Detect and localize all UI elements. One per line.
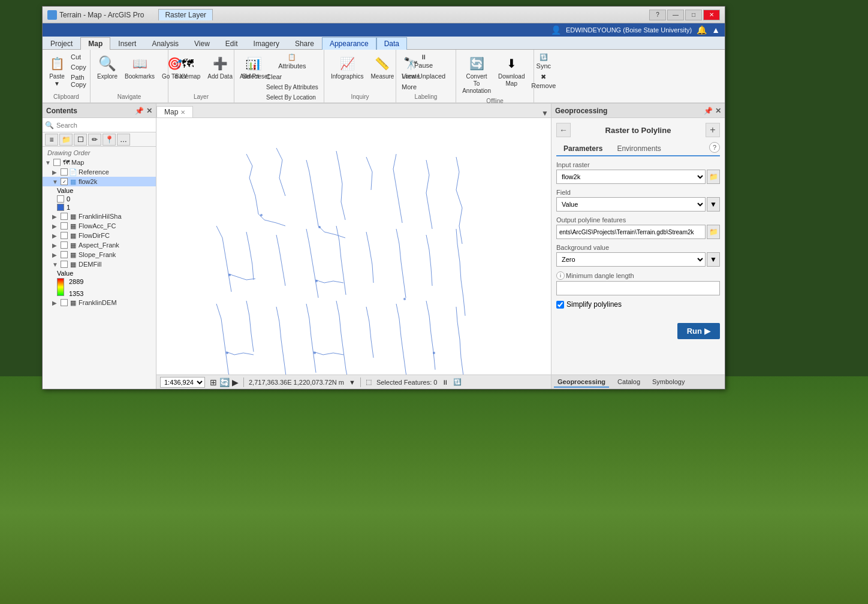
tab-data[interactable]: Data (376, 37, 407, 50)
sync-button[interactable]: 🔃 Sync (529, 52, 557, 71)
layer-item-reference[interactable]: ▶ 📄 Reference (43, 167, 156, 177)
raster-layer-tab[interactable]: Raster Layer (158, 9, 213, 20)
select-button[interactable]: ⬚ Select (238, 52, 263, 82)
geo-tab-environments[interactable]: Environments (610, 142, 668, 156)
min-dangle-input[interactable] (556, 281, 720, 295)
geo-tab-parameters[interactable]: Parameters (556, 142, 610, 156)
measure-button[interactable]: 📏 Measure (367, 52, 397, 82)
remove-button[interactable]: ✖ Remove (529, 72, 557, 90)
background-value-select[interactable]: Zero (556, 252, 706, 267)
layer-item-slope[interactable]: ▶ ▦ Slope_Frank (43, 250, 156, 259)
more-options-button[interactable]: … (117, 134, 130, 146)
geo-add-button[interactable]: + (706, 123, 720, 137)
layer-item-flowdir[interactable]: ▶ ▦ FlowDirFC (43, 231, 156, 240)
reference-checkbox[interactable] (61, 168, 68, 176)
pin-icon[interactable]: 📌 (135, 107, 144, 115)
attributes-button[interactable]: 📋 Attributes (264, 52, 320, 71)
flow2k-checkbox[interactable] (61, 178, 68, 185)
select-by-attributes-button[interactable]: Select By Attributes (264, 83, 320, 92)
map-checkbox[interactable] (53, 159, 61, 166)
map-dropdown-icon[interactable]: ▼ (541, 109, 548, 117)
simplify-checkbox[interactable] (556, 301, 564, 309)
list-by-selection-button[interactable]: ☐ (74, 134, 87, 146)
pause-status-icon[interactable]: ⏸ (442, 379, 448, 386)
units-dropdown[interactable]: ▼ (349, 379, 355, 386)
tab-appearance[interactable]: Appearance (322, 37, 376, 50)
cut-button[interactable]: Cut (69, 52, 92, 62)
search-input[interactable] (56, 122, 153, 129)
tab-imagery[interactable]: Imagery (246, 37, 287, 50)
geo-help-button[interactable]: ? (709, 142, 720, 153)
view-unplaced-button[interactable]: View Unplaced (400, 71, 447, 81)
field-dropdown[interactable]: ▼ (707, 197, 720, 212)
tab-analysis[interactable]: Analysis (144, 37, 186, 50)
background-value-dropdown[interactable]: ▼ (707, 252, 720, 267)
input-raster-browse[interactable]: 📁 (707, 170, 720, 184)
scale-selector[interactable]: 1:436,924 (160, 377, 205, 388)
franklinhi-checkbox[interactable] (61, 213, 68, 220)
franklindem-checkbox[interactable] (61, 299, 68, 306)
explore-button[interactable]: 🔍 Explore (94, 52, 120, 82)
tab-share[interactable]: Share (287, 37, 322, 50)
list-by-drawing-order-button[interactable]: ≡ (45, 134, 58, 146)
geo-pin-icon[interactable]: 📌 (704, 107, 713, 115)
input-raster-select[interactable]: flow2k (556, 170, 706, 184)
more-button[interactable]: More (400, 82, 447, 92)
footer-tab-symbology[interactable]: Symbology (649, 377, 688, 388)
slope-checkbox[interactable] (61, 251, 68, 258)
refresh-icon[interactable]: 🔃 (453, 378, 462, 386)
flowacc-checkbox[interactable] (61, 222, 68, 229)
layer-item-flow2k[interactable]: ▼ ▦ flow2k (43, 177, 156, 186)
layer-item-map[interactable]: ▼ 🗺 Map (43, 158, 156, 167)
field-select[interactable]: Value (556, 197, 706, 212)
tab-insert[interactable]: Insert (110, 37, 144, 50)
clear-button[interactable]: Clear (264, 72, 320, 81)
run-button[interactable]: Run ▶ (677, 323, 720, 339)
notification-icon[interactable]: 🔔 (697, 25, 707, 35)
geo-close-icon[interactable]: ✕ (715, 107, 721, 115)
list-by-snapping-button[interactable]: 📍 (103, 134, 116, 146)
basemap-button[interactable]: 🗺 Basemap (172, 52, 203, 82)
flowdir-checkbox[interactable] (61, 232, 68, 239)
maximize-button[interactable]: □ (685, 10, 702, 20)
pause-button[interactable]: ⏸ Pause (400, 52, 447, 70)
close-button[interactable]: ✕ (703, 10, 720, 20)
layer-item-flowacc[interactable]: ▶ ▦ FlowAcc_FC (43, 221, 156, 231)
output-polyline-input[interactable] (556, 225, 706, 239)
convert-annotation-button[interactable]: 🔄 Convert To Annotation (460, 52, 493, 96)
geo-back-button[interactable]: ← (556, 123, 571, 137)
footer-tab-catalog[interactable]: Catalog (614, 377, 644, 388)
help-button[interactable]: ? (649, 10, 666, 20)
aspect-checkbox[interactable] (61, 241, 68, 249)
map-tab-close[interactable]: ✕ (180, 109, 185, 116)
paste-button[interactable]: 📋 Paste ▼ (46, 52, 68, 89)
layer-item-franklindex[interactable]: ▶ ▦ FranklinDEM (43, 298, 156, 307)
bookmarks-button[interactable]: 📖 Bookmarks (122, 52, 158, 82)
min-dangle-info-icon[interactable]: i (556, 271, 565, 280)
copy-button[interactable]: Copy (69, 62, 92, 72)
tab-project[interactable]: Project (43, 37, 80, 50)
tab-map[interactable]: Map (80, 37, 110, 50)
animation-icon[interactable]: ▶ (232, 378, 239, 387)
list-by-data-source-button[interactable]: 📁 (59, 134, 73, 146)
grid-icon[interactable]: ⊞ (210, 378, 217, 387)
minimize-button[interactable]: — (667, 10, 684, 20)
download-map-button[interactable]: ⬇ Download Map (495, 52, 528, 89)
expand-icon[interactable]: ▲ (712, 25, 720, 35)
list-by-editing-button[interactable]: ✏ (88, 134, 101, 146)
map-tab[interactable]: Map ✕ (156, 106, 193, 117)
path-copy-button[interactable]: Path Copy (69, 73, 92, 89)
tab-view[interactable]: View (186, 37, 218, 50)
select-by-location-button[interactable]: Select By Location (264, 93, 320, 102)
layer-item-franklinhi[interactable]: ▶ ▦ FranklinHilSha (43, 212, 156, 221)
layer-item-aspect[interactable]: ▶ ▦ Aspect_Frank (43, 240, 156, 250)
rotate-icon[interactable]: 🔄 (219, 378, 230, 387)
infographics-button[interactable]: 📈 Infographics (328, 52, 366, 82)
footer-tab-geoprocessing[interactable]: Geoprocessing (554, 377, 609, 388)
layer-item-demfill[interactable]: ▼ ▦ DEMFill (43, 259, 156, 269)
output-polyline-browse[interactable]: 📁 (707, 225, 720, 239)
add-data-button[interactable]: ➕ Add Data (204, 52, 236, 82)
tab-edit[interactable]: Edit (218, 37, 246, 50)
demfill-checkbox[interactable] (61, 261, 68, 268)
close-panel-icon[interactable]: ✕ (146, 107, 152, 115)
